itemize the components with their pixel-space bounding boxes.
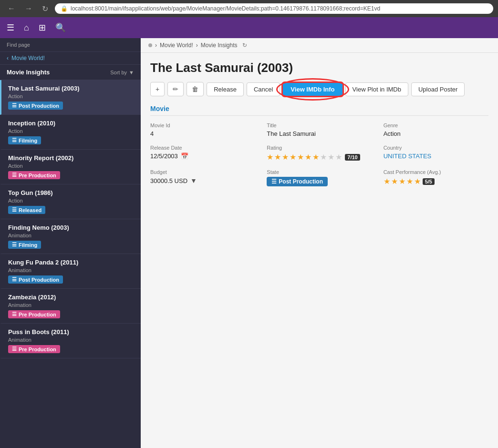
badge-icon-5: ☰ — [12, 276, 17, 283]
section-title: Movie — [150, 105, 488, 116]
url-bar[interactable]: 🔒 localhost:8001/main/ifsapplications/we… — [55, 3, 493, 14]
sidebar-item-badge-5: ☰ Post Production — [8, 275, 63, 284]
sidebar-item-1[interactable]: Inception (2010) Action ☰ Filming — [0, 115, 141, 150]
sidebar-item-title-1: Inception (2010) — [8, 120, 134, 127]
title-field: Title The Last Samurai — [267, 122, 372, 137]
movie-id-value: 4 — [150, 130, 255, 137]
sidebar-item-6[interactable]: Zambezia (2012) Animation ☰ Pre Producti… — [0, 289, 141, 324]
genre-field: Genre Action — [384, 122, 488, 137]
budget-dropdown-button[interactable]: ▼ — [190, 177, 197, 184]
sidebar-item-3[interactable]: Top Gun (1986) Action ☰ Released — [0, 184, 141, 219]
state-label: State — [267, 169, 372, 175]
browser-chrome: ← → ↻ 🔒 localhost:8001/main/ifsapplicati… — [0, 0, 498, 17]
view-plot-button[interactable]: View Plot in IMDb — [345, 82, 408, 96]
badge-icon-2: ☰ — [12, 172, 17, 178]
sidebar-back-button[interactable]: ‹ Movie World! — [0, 52, 141, 65]
sidebar-item-title-6: Zambezia (2012) — [8, 294, 134, 301]
sidebar-item-genre-3: Action — [8, 198, 134, 204]
back-button[interactable]: ← — [5, 3, 18, 14]
sidebar-title: Movie Insights — [7, 69, 50, 76]
grid-icon[interactable]: ⊞ — [37, 20, 48, 35]
badge-icon-4: ☰ — [12, 242, 17, 248]
reload-button[interactable]: ↻ — [39, 3, 51, 14]
search-icon[interactable]: 🔍 — [53, 20, 68, 35]
budget-value: 30000.5 USD — [150, 177, 187, 184]
sidebar-list: The Last Samurai (2003) Action ☰ Post Pr… — [0, 80, 141, 448]
cast-star-4: ★ — [414, 177, 421, 186]
sidebar-item-genre-2: Action — [8, 163, 134, 169]
sidebar-item-badge-0: ☰ Post Production — [8, 102, 63, 110]
rating-star-full-3: ★ — [290, 153, 296, 162]
sidebar-item-title-5: Kung Fu Panda 2 (2011) — [8, 259, 134, 266]
sidebar-item-genre-0: Action — [8, 93, 134, 99]
rating-label: Rating — [267, 145, 372, 151]
sidebar-header: Movie Insights Sort by ▼ — [0, 65, 141, 80]
sidebar-item-4[interactable]: Finding Nemo (2003) Animation ☰ Filming — [0, 219, 141, 254]
rating-star-full-6: ★ — [312, 153, 319, 162]
sort-by-control[interactable]: Sort by ▼ — [110, 70, 134, 75]
rating-star-empty-1: ★ — [328, 153, 334, 162]
add-button[interactable]: + — [150, 82, 165, 96]
delete-button[interactable]: 🗑 — [187, 82, 204, 96]
state-badge-value: Post Production — [279, 178, 323, 185]
cast-star-3: ★ — [406, 177, 413, 186]
edit-button[interactable]: ✏ — [167, 82, 184, 96]
release-date-label: Release Date — [150, 145, 255, 151]
content-area: › Movie World! › Movie Insights ↻ The La… — [141, 38, 498, 448]
release-button[interactable]: Release — [207, 82, 244, 96]
release-date-value: 12/5/2003 — [150, 153, 178, 160]
rating-star-full-5: ★ — [305, 153, 311, 162]
content-main: The Last Samurai (2003) + ✏ 🗑 Release Ca… — [141, 53, 498, 448]
app-header: ☰ ⌂ ⊞ 🔍 — [0, 17, 498, 38]
sidebar-item-genre-1: Action — [8, 128, 134, 134]
breadcrumb-separator1: › — [155, 42, 157, 49]
refresh-icon[interactable]: ↻ — [242, 42, 247, 49]
sidebar-item-7[interactable]: Puss in Boots (2011) Animation ☰ Pre Pro… — [0, 324, 141, 358]
breadcrumb-part1[interactable]: Movie World! — [160, 42, 193, 49]
country-value: UNITED STATES — [384, 153, 488, 160]
rating-star-full-4: ★ — [297, 153, 304, 162]
country-label: Country — [384, 145, 488, 151]
calendar-icon[interactable]: 📅 — [181, 153, 188, 160]
sidebar-item-title-2: Minority Report (2002) — [8, 154, 134, 162]
sidebar-item-title-0: The Last Samurai (2003) — [8, 85, 134, 92]
rating-star-full-0: ★ — [267, 153, 273, 162]
toolbar: + ✏ 🗑 Release Cancel View IMDb Info View… — [150, 82, 488, 96]
sidebar-item-title-4: Finding Nemo (2003) — [8, 224, 134, 231]
upload-poster-button[interactable]: Upload Poster — [411, 82, 465, 96]
back-chevron-icon: ‹ — [7, 55, 9, 61]
cast-star-1: ★ — [391, 177, 398, 186]
cancel-button[interactable]: Cancel — [247, 82, 280, 96]
sidebar-item-badge-3: ☰ Released — [8, 206, 45, 214]
forward-button[interactable]: → — [22, 3, 35, 14]
view-imdb-button[interactable]: View IMDb Info — [283, 83, 342, 96]
home-icon[interactable]: ⌂ — [22, 21, 31, 35]
sidebar-item-5[interactable]: Kung Fu Panda 2 (2011) Animation ☰ Post … — [0, 254, 141, 289]
rating-stars: ★★★★★★★★★★7/10 — [267, 153, 372, 162]
find-page-label: Find page — [0, 38, 141, 52]
sidebar-item-badge-7: ☰ Pre Production — [8, 345, 60, 353]
sidebar-item-badge-6: ☰ Pre Production — [8, 310, 60, 318]
sort-label: Sort by — [110, 70, 127, 75]
page-title: The Last Samurai (2003) — [150, 61, 488, 75]
sidebar-item-0[interactable]: The Last Samurai (2003) Action ☰ Post Pr… — [0, 80, 141, 115]
fields-grid: Movie Id 4 Title The Last Samurai Genre … — [150, 122, 488, 186]
cast-stars: ★★★★★5/5 — [384, 177, 488, 186]
budget-label: Budget — [150, 169, 255, 175]
badge-icon-7: ☰ — [12, 346, 17, 352]
breadcrumb: › Movie World! › Movie Insights ↻ — [141, 38, 498, 53]
rating-field: Rating ★★★★★★★★★★7/10 — [267, 145, 372, 162]
main-layout: Find page ‹ Movie World! Movie Insights … — [0, 38, 498, 448]
sidebar: Find page ‹ Movie World! Movie Insights … — [0, 38, 141, 448]
hamburger-icon[interactable]: ☰ — [5, 20, 16, 35]
title-value: The Last Samurai — [267, 130, 372, 137]
sidebar-item-genre-7: Animation — [8, 337, 134, 343]
sidebar-item-2[interactable]: Minority Report (2002) Action ☰ Pre Prod… — [0, 150, 141, 184]
cast-badge: 5/5 — [423, 178, 435, 185]
sidebar-item-genre-5: Animation — [8, 267, 134, 273]
rating-badge: 7/10 — [345, 154, 360, 161]
cast-performance-field: Cast Performance (Avg.) ★★★★★5/5 — [384, 169, 488, 186]
movie-id-label: Movie Id — [150, 122, 255, 128]
cast-star-0: ★ — [384, 177, 390, 186]
url-text: localhost:8001/main/ifsapplications/web/… — [71, 5, 380, 12]
